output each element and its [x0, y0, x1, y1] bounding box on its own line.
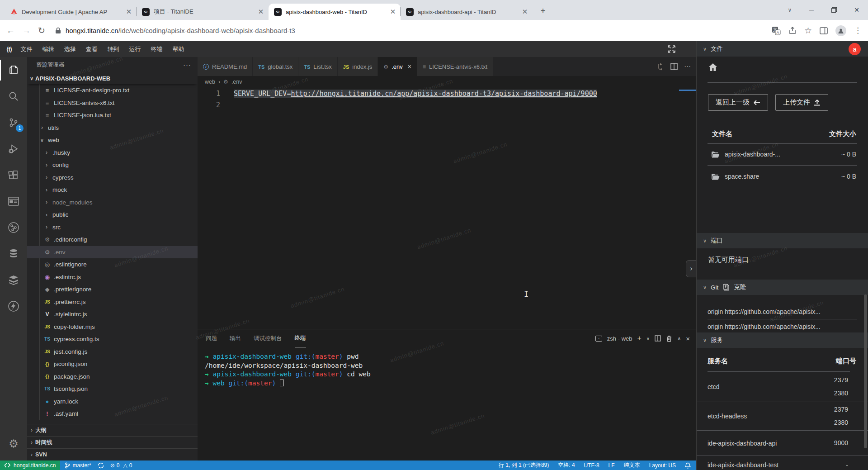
menu-1[interactable]: 文件 — [16, 41, 38, 57]
tree-folder-public[interactable]: ›public — [27, 209, 198, 221]
panel-tab-问题[interactable]: 问题 — [206, 329, 217, 347]
address-bar[interactable]: hongxi.titanide.cn/ide/web/coding/apisix… — [55, 27, 764, 34]
tree-file-LICENSE-json.lua.txt[interactable]: ≡LICENSE-json.lua.txt — [27, 109, 198, 122]
tree-file-jsconfig.json[interactable]: {}jsconfig.json — [27, 358, 198, 370]
fullscreen-icon[interactable] — [667, 45, 676, 53]
browser-menu-kebab-icon[interactable]: ⋮ — [854, 26, 862, 35]
split-editor-icon[interactable] — [670, 63, 678, 70]
close-editor-tab-icon[interactable]: × — [408, 63, 411, 70]
share-icon[interactable] — [788, 27, 797, 35]
indent-setting[interactable]: 空格: 4 — [558, 461, 575, 469]
tree-file-package.json[interactable]: {}package.json — [27, 370, 198, 383]
menu-6[interactable]: 运行 — [124, 41, 146, 57]
tree-file-.prettierrc.js[interactable]: JS.prettierrc.js — [27, 296, 198, 309]
close-window-button[interactable]: ✕ — [845, 0, 868, 20]
tree-folder-node_modules[interactable]: ›node_modules — [27, 196, 198, 209]
tree-file-cypress.config.ts[interactable]: TScypress.config.ts — [27, 333, 198, 346]
menu-3[interactable]: 选择 — [59, 41, 81, 57]
preview-activity-icon[interactable] — [0, 188, 27, 214]
tree-file-.prettierignore[interactable]: ◆.prettierignore — [27, 283, 198, 296]
translate-icon[interactable]: 文A — [772, 26, 781, 35]
terminal-shell-label[interactable]: zsh - web — [607, 335, 632, 342]
reload-icon[interactable]: ↻ — [38, 25, 45, 36]
close-panel-icon[interactable]: × — [686, 335, 690, 342]
maximize-panel-icon[interactable]: ∧ — [677, 336, 681, 342]
browser-tab-3[interactable]: <›apisix-dashboard-web - TitanID✕ — [269, 4, 401, 20]
side-panel-icon[interactable] — [820, 27, 828, 35]
close-tab-icon[interactable]: ✕ — [257, 8, 265, 16]
ports-section-header[interactable]: ∨ 端口 — [697, 233, 868, 248]
close-tab-icon[interactable]: ✕ — [521, 8, 529, 16]
database-activity-icon[interactable] — [0, 241, 27, 267]
menu-7[interactable]: 终端 — [146, 41, 168, 57]
code-area[interactable]: 1 SERVE_URL_DEV=http://hongxi.titanide.c… — [198, 88, 696, 329]
services-section-header[interactable]: ∨ 服务 — [697, 332, 868, 348]
explorer-more-icon[interactable]: ··· — [183, 61, 191, 69]
minimize-button[interactable]: ─ — [800, 0, 823, 20]
breadcrumb-file[interactable]: .env — [231, 79, 242, 85]
panel-tab-调试控制台[interactable]: 调试控制台 — [254, 329, 282, 347]
outline-section[interactable]: ›大纲 — [27, 424, 198, 436]
menu-2[interactable]: 编辑 — [38, 41, 59, 57]
tree-folder-mock[interactable]: ›mock — [27, 184, 198, 196]
tree-file-.eslintignore[interactable]: ◎.eslintignore — [27, 258, 198, 271]
tree-file-jest.config.js[interactable]: JSjest.config.js — [27, 346, 198, 358]
service-row-etcd[interactable]: etcd23792380 — [697, 371, 868, 402]
upload-file-button[interactable]: 上传文件 — [775, 94, 828, 111]
split-terminal-icon[interactable] — [655, 335, 661, 342]
extensions-activity-icon[interactable] — [0, 162, 27, 188]
editor-tab-README.md[interactable]: iREADME.md — [198, 57, 252, 76]
right-panel-scrollbar[interactable] — [864, 294, 867, 448]
tree-file-LICENSE-antvis-x6.txt[interactable]: ≡LICENSE-antvis-x6.txt — [27, 97, 198, 109]
tree-file-.eslintrc.js[interactable]: ◉.eslintrc.js — [27, 271, 198, 284]
more-actions-icon[interactable]: ⋯ — [684, 62, 691, 71]
sync-icon[interactable] — [98, 462, 104, 469]
service-row-ide-apisix-dashboard-api[interactable]: ide-apisix-dashboard-api9000 — [697, 431, 868, 456]
menu-4[interactable]: 查看 — [81, 41, 103, 57]
bookmark-star-icon[interactable]: ☆ — [804, 25, 812, 36]
browser-profile-avatar[interactable] — [835, 25, 846, 36]
branch-indicator[interactable]: master* — [65, 462, 91, 469]
tree-file-tsconfig.json[interactable]: TStsconfig.json — [27, 383, 198, 395]
tab-search-chevron-icon[interactable]: ∨ — [779, 7, 800, 13]
browser-tab-2[interactable]: <›项目 - TitanIDE✕ — [137, 4, 269, 20]
notifications-bell-icon[interactable] — [685, 462, 691, 469]
user-avatar[interactable]: a — [849, 43, 861, 55]
file-row-apisix-dashboard-...[interactable]: apisix-dashboard-...~ 0 B — [697, 145, 868, 163]
eol-setting[interactable]: LF — [609, 462, 615, 469]
panel-tab-终端[interactable]: 终端 — [295, 329, 306, 347]
timeline-section[interactable]: ›时间线 — [27, 436, 198, 448]
tree-folder-.husky[interactable]: ›.husky — [27, 147, 198, 159]
browser-tab-1[interactable]: Development Guide | Apache AP✕ — [5, 4, 137, 20]
files-section-header[interactable]: ∨ 文件 — [697, 41, 868, 57]
editor-tab-LICENSE-antvis-x6.txt[interactable]: ≡LICENSE-antvis-x6.txt — [417, 57, 493, 76]
tree-file-yarn.lock[interactable]: ●yarn.lock — [27, 395, 198, 408]
settings-gear-icon[interactable]: ⚙ — [0, 431, 27, 457]
menu-8[interactable]: 帮助 — [168, 41, 189, 57]
tree-file-.env[interactable]: ⚙.env — [27, 246, 198, 259]
new-tab-button[interactable]: + — [536, 4, 550, 18]
file-row-space.share[interactable]: space.share~ 0 B — [697, 167, 868, 185]
svn-section[interactable]: ›SVN — [27, 448, 198, 461]
close-tab-icon[interactable]: ✕ — [389, 8, 397, 16]
search-activity-icon[interactable] — [0, 83, 27, 109]
language-mode[interactable]: 纯文本 — [624, 461, 640, 469]
home-breadcrumb-icon[interactable] — [708, 63, 868, 71]
new-terminal-icon[interactable]: + — [637, 334, 642, 342]
tree-folder-cypress[interactable]: ›cypress — [27, 171, 198, 184]
menu-5[interactable]: 转到 — [103, 41, 124, 57]
panel-tab-输出[interactable]: 输出 — [230, 329, 241, 347]
source-control-activity-icon[interactable]: 1 — [0, 109, 27, 136]
kill-terminal-trash-icon[interactable] — [666, 335, 672, 342]
env-var-url[interactable]: http://hongxi.titanide.cn/app/apisix-das… — [291, 90, 597, 98]
editor-tab-index.js[interactable]: JSindex.js — [338, 57, 378, 76]
terminal-output[interactable]: → apisix-dashboard-web git:(master) pwd/… — [198, 347, 696, 388]
remote-indicator[interactable]: hongxi.titanide.cn — [0, 461, 60, 470]
problems-indicator[interactable]: ⊘0 △0 — [110, 462, 132, 469]
breadcrumb[interactable]: web › ⚙ .env — [198, 76, 696, 88]
redis-stack-activity-icon[interactable] — [0, 267, 27, 293]
tree-folder-utils[interactable]: ›utils — [27, 122, 198, 134]
go-up-button[interactable]: 返回上一级 — [708, 94, 768, 111]
tree-file-.stylelintrc.js[interactable]: V.stylelintrc.js — [27, 308, 198, 321]
explorer-root-folder[interactable]: ∨ APISIX-DASHBOARD-WEB — [27, 73, 198, 84]
